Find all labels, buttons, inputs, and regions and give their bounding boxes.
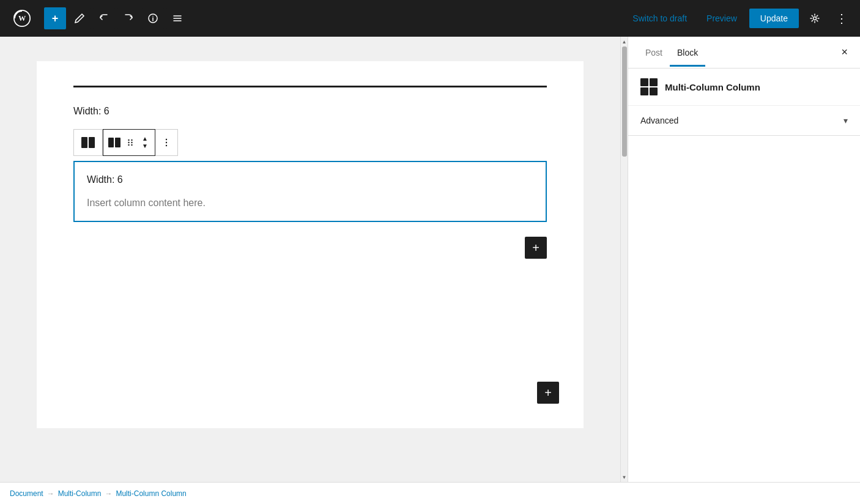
editor-scroll[interactable]: Width: 6 xyxy=(0,37,620,482)
svg-point-8 xyxy=(131,139,132,141)
column-icon xyxy=(108,138,120,147)
editor-area: Width: 6 xyxy=(0,37,620,482)
editor-wrapper: Width: 6 xyxy=(0,37,628,482)
advanced-panel: Advanced ▾ xyxy=(628,106,860,136)
more-options-button[interactable]: ⋮ xyxy=(831,7,853,29)
undo-button[interactable] xyxy=(93,7,115,29)
scroll-track[interactable] xyxy=(621,46,628,472)
scroll-down-arrow[interactable]: ▼ xyxy=(621,472,628,482)
selected-column-block[interactable]: Width: 6 Insert column content here. xyxy=(73,161,547,222)
breadcrumb-multicolumn-column[interactable]: Multi-Column Column xyxy=(116,489,186,498)
advanced-chevron-icon: ▾ xyxy=(843,116,848,125)
settings-button[interactable] xyxy=(804,7,826,29)
scrollbar[interactable]: ▲ ▼ xyxy=(620,37,628,482)
svg-point-3 xyxy=(152,16,154,17)
more-icon: ⋮ xyxy=(836,11,848,26)
sidebar-tabs: Post Block × xyxy=(628,37,860,69)
insert-placeholder[interactable]: Insert column content here. xyxy=(87,198,533,209)
main-layout: Width: 6 xyxy=(0,37,860,482)
svg-point-10 xyxy=(131,144,132,146)
wp-logo[interactable]: W xyxy=(7,4,37,33)
add-block-button[interactable]: + xyxy=(44,7,66,29)
scroll-up-arrow[interactable]: ▲ xyxy=(621,37,628,46)
breadcrumb-sep-2: → xyxy=(105,489,112,498)
preview-button[interactable]: Preview xyxy=(699,10,744,27)
breadcrumb-multicolumn[interactable]: Multi-Column xyxy=(58,489,102,498)
content-divider xyxy=(73,86,547,87)
update-button[interactable]: Update xyxy=(749,9,799,28)
move-up-button[interactable]: ▲ xyxy=(140,135,150,143)
svg-point-5 xyxy=(128,139,129,141)
block-more-options-button[interactable] xyxy=(155,129,178,156)
breadcrumb-document[interactable]: Document xyxy=(10,489,43,498)
svg-point-13 xyxy=(166,145,167,146)
tab-post[interactable]: Post xyxy=(638,39,670,66)
svg-point-7 xyxy=(128,144,129,146)
svg-point-11 xyxy=(166,139,167,140)
sidebar-block-name: Multi-Column Column xyxy=(665,82,760,92)
sidebar-close-button[interactable]: × xyxy=(839,43,850,61)
move-up-down-buttons: ▲ ▼ xyxy=(140,135,150,150)
svg-text:W: W xyxy=(18,14,26,23)
drag-handle-button[interactable] xyxy=(122,135,139,150)
editor-content: Width: 6 xyxy=(37,61,584,428)
svg-point-4 xyxy=(814,17,817,20)
breadcrumb-sep-1: → xyxy=(47,489,54,498)
toolbar-right: Switch to draft Preview Update ⋮ xyxy=(625,7,853,29)
block-toolbar: ▲ ▼ xyxy=(103,129,155,156)
add-block-bottom-button[interactable]: + xyxy=(537,382,559,404)
sidebar-block-header: Multi-Column Column xyxy=(628,69,860,106)
svg-point-12 xyxy=(166,142,167,143)
list-view-button[interactable] xyxy=(166,7,188,29)
tab-block[interactable]: Block xyxy=(670,39,705,66)
info-button[interactable] xyxy=(142,7,164,29)
width-label-top: Width: 6 xyxy=(73,106,547,117)
add-block-inline-button[interactable]: + xyxy=(525,237,547,259)
switch-to-draft-button[interactable]: Switch to draft xyxy=(625,10,694,27)
block-type-button[interactable] xyxy=(73,129,103,156)
svg-point-6 xyxy=(128,142,129,143)
move-down-button[interactable]: ▼ xyxy=(140,143,150,150)
main-toolbar: W + Switch to draft Preview xyxy=(0,0,860,37)
breadcrumb-bar: Document → Multi-Column → Multi-Column C… xyxy=(0,482,860,504)
block-header-icon xyxy=(640,78,658,95)
advanced-label: Advanced xyxy=(640,116,678,125)
sidebar: Post Block × Multi-Column Column Advance… xyxy=(628,37,860,482)
scroll-thumb[interactable] xyxy=(622,46,627,157)
svg-point-9 xyxy=(131,142,132,143)
edit-button[interactable] xyxy=(69,7,91,29)
multi-column-icon xyxy=(81,137,95,148)
redo-button[interactable] xyxy=(117,7,139,29)
advanced-panel-header[interactable]: Advanced ▾ xyxy=(628,106,860,135)
add-block-row: + xyxy=(73,237,547,259)
block-toolbar-row: ▲ ▼ xyxy=(73,129,547,156)
column-width-label: Width: 6 xyxy=(87,174,533,185)
